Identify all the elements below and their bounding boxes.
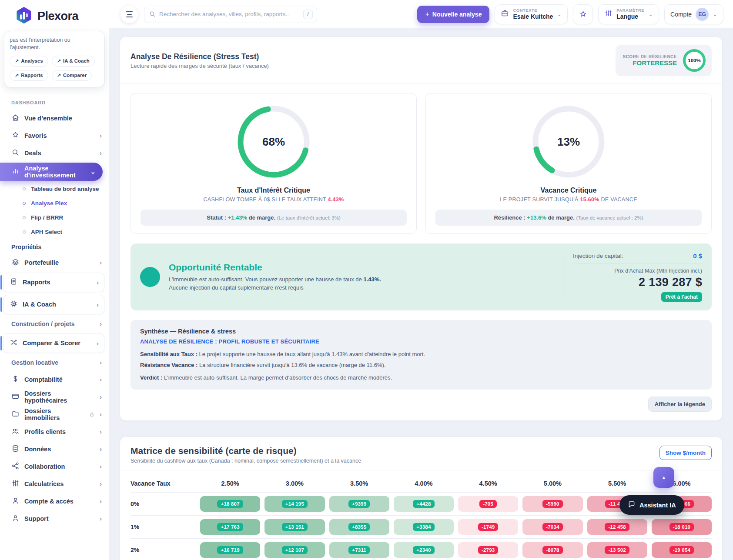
comparer-scorer-icon <box>10 338 18 348</box>
account-menu[interactable]: Compte EG ⌄ <box>664 4 723 24</box>
scroll-top-button[interactable]: ▲ <box>653 467 674 488</box>
sidebar-item-calculatrices[interactable]: Calculatrices› <box>0 475 109 493</box>
show-monthly-toggle[interactable]: Show $/month <box>659 446 712 460</box>
chevron-right-icon: › <box>100 359 102 366</box>
global-search: / <box>144 6 317 23</box>
favoris-icon <box>11 131 20 140</box>
sidebar-item-donnees[interactable]: Données› <box>0 440 109 458</box>
page-title: Analyse De Résilience (Stress Test) <box>131 52 269 61</box>
sliders-icon <box>604 9 613 19</box>
show-legend-button[interactable]: Afficher la légende <box>648 397 712 412</box>
gauge-ring: 68% <box>235 103 312 180</box>
matrix-cell: +9399 <box>329 496 389 512</box>
sidebar: Plexora pas est l’interprétation ou l’aj… <box>0 0 109 560</box>
matrix-header-row: Vacance Taux2.50%3.00%3.50%4.00%4.50%5.0… <box>131 474 712 492</box>
bullet-icon <box>23 187 26 190</box>
context-selector[interactable]: CONTEXTE Esaie Kuitche ⌄ <box>495 4 568 24</box>
gauge-status-bar: Résilience : +13.6% de marge. (Taux de v… <box>435 210 702 226</box>
sidebar-item-vue-d-ensemble[interactable]: Vue d’ensemble <box>0 110 109 127</box>
search-input[interactable] <box>144 6 317 23</box>
svg-text:13%: 13% <box>557 135 580 148</box>
sidebar-item-gestion-locative[interactable]: Gestion locative› <box>0 354 109 371</box>
dossiers-hypothecaires-icon <box>11 392 20 402</box>
chevron-right-icon: › <box>100 411 102 417</box>
search-shortcut-key: / <box>303 10 313 19</box>
sidebar-item-favoris[interactable]: Favoris› <box>0 127 109 144</box>
sidebar-item-compte-acces[interactable]: Compte & accès› <box>0 493 109 510</box>
chevron-down-icon: ⌄ <box>713 11 717 17</box>
context-label: CONTEXTE <box>513 8 553 13</box>
matrix-cell: +4428 <box>394 496 454 512</box>
context-value: Esaie Kuitche <box>513 13 553 20</box>
gauge-ring: 13% <box>530 103 607 180</box>
matrix-row-label: 1% <box>131 523 196 530</box>
quick-link-ia-coach[interactable]: ↗IA & Coach <box>52 56 95 67</box>
logo[interactable]: Plexora <box>0 0 109 30</box>
vue-d-ensemble-icon <box>11 113 20 123</box>
sidebar-item-collaboration[interactable]: Collaboration› <box>0 458 109 475</box>
param-value: Langue <box>616 13 644 20</box>
ai-assistant-button[interactable]: Assistant IA <box>619 495 684 515</box>
gauge-title: Vacance Critique <box>435 187 702 194</box>
sidebar-item-analyse-plex[interactable]: Analyse Plex <box>0 196 109 210</box>
sidebar-item-ia-coach[interactable]: IA & Coach› <box>3 295 104 314</box>
quick-link-comparer[interactable]: ↗Comparer <box>52 70 92 81</box>
sidebar-item-deals[interactable]: Deals› <box>0 144 109 162</box>
sidebar-item-dossiers-hypothecaires[interactable]: Dossiers hypothécaires› <box>0 388 109 406</box>
star-icon <box>579 10 587 18</box>
arrow-up-icon: ▲ <box>662 475 666 480</box>
matrix-cell: -2793 <box>458 542 518 558</box>
arrow-up-right-icon: ↗ <box>15 73 19 78</box>
gauge-title: Taux d'Intérêt Critique <box>141 187 407 194</box>
sidebar-item-rapports[interactable]: Rapports› <box>3 273 104 292</box>
sidebar-nav: Vue d’ensembleFavoris›Deals›Analyse d’in… <box>0 110 109 527</box>
matrix-cell: +2340 <box>394 542 454 558</box>
sidebar-item-dossiers-immobiliers[interactable]: Dossiers immobiliers› <box>0 406 109 423</box>
sidebar-item-portefeuille[interactable]: Portefeuille› <box>0 254 109 271</box>
new-analysis-button[interactable]: + Nouvelle analyse <box>417 6 489 23</box>
matrix-cell: +8355 <box>329 519 389 535</box>
language-selector[interactable]: PARAMÈTRE Langue ⌄ <box>598 4 659 24</box>
chevron-right-icon: › <box>100 320 102 327</box>
quick-link-analyses[interactable]: ↗Analyses <box>10 56 48 67</box>
ia-coach-icon <box>10 300 18 309</box>
param-label: PARAMÈTRE <box>616 8 644 13</box>
chevron-right-icon: › <box>100 498 102 504</box>
sidebar-item-comptabilite[interactable]: Comptabilité› <box>0 371 109 388</box>
sidebar-item-tableau-de-bord-analyse[interactable]: Tableau de bord analyse <box>0 182 109 196</box>
matrix-corner-label: Vacance Taux <box>131 480 196 487</box>
matrix-cell: -18 010 <box>652 519 712 535</box>
menu-toggle-button[interactable] <box>120 6 138 23</box>
plus-icon: + <box>425 10 429 18</box>
chevron-right-icon: › <box>100 446 102 452</box>
dossiers-immobiliers-icon <box>11 410 20 419</box>
favorites-button[interactable] <box>573 4 593 24</box>
chevron-right-icon: › <box>100 480 102 487</box>
support-icon <box>11 514 20 523</box>
sidebar-item-aph-select[interactable]: APH Select <box>0 225 109 239</box>
matrix-cell: -5990 <box>522 496 582 512</box>
sidebar-item-construction-projets[interactable]: Construction / projets› <box>0 316 109 332</box>
matrix-cell: +18 807 <box>200 496 260 512</box>
chevron-right-icon: › <box>100 463 102 470</box>
matrix-cell: -8078 <box>522 542 582 558</box>
chevron-right-icon: › <box>100 259 102 266</box>
synthesis-headline: ANALYSE DE RÉSILIENCE : PROFIL ROBUSTE E… <box>140 338 702 345</box>
sidebar-item-comparer-scorer[interactable]: Comparer & Scorer› <box>3 333 104 353</box>
opportunity-title: Opportunité Rentable <box>169 262 554 273</box>
quick-link-rapports[interactable]: ↗Rapports <box>10 70 48 81</box>
sidebar-item-profils-clients[interactable]: Profils clients› <box>0 423 109 440</box>
sensitivity-matrix-table: Vacance Taux2.50%3.00%3.50%4.00%4.50%5.0… <box>120 470 722 560</box>
plexora-logo-icon <box>15 6 33 26</box>
matrix-row-label: 2% <box>131 547 196 553</box>
hamburger-icon <box>126 11 133 12</box>
chevron-down-icon: ⌄ <box>557 11 562 17</box>
sidebar-item-analyse-d-investissement[interactable]: Analyse d’investissement⌄ <box>0 163 103 181</box>
topbar: / + Nouvelle analyse CONTEXTE Esaie Kuit… <box>109 0 733 28</box>
sidebar-item-support[interactable]: Support› <box>0 510 109 527</box>
sidebar-item-flip-brrr[interactable]: Flip / BRRR <box>0 210 109 225</box>
resilience-card: Analyse De Résilience (Stress Test) Lect… <box>120 37 723 421</box>
tip-text: pas est l’interprétation ou l’ajustement… <box>10 37 99 51</box>
matrix-cell: +7311 <box>329 542 389 558</box>
max-purchase-price: 2 139 287 $ <box>573 276 702 289</box>
